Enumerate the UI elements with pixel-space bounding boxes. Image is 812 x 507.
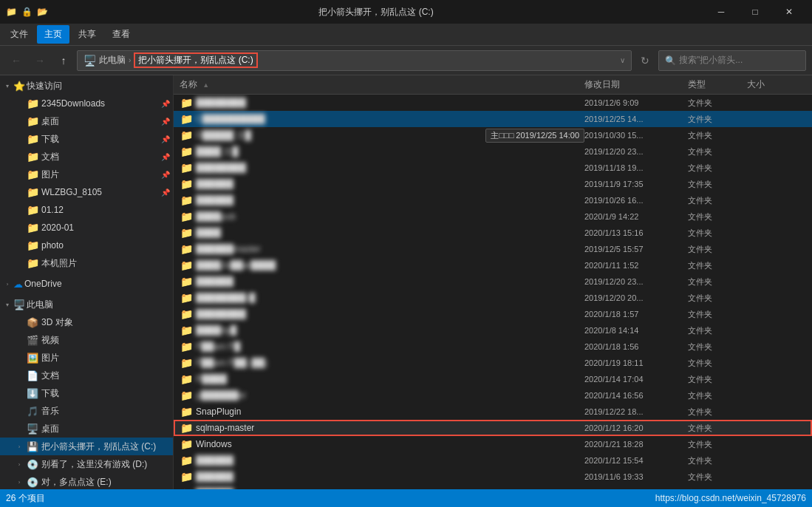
sidebar-item-videos[interactable]: 🎬 视频 [0, 331, 173, 349]
file-type: 文件夹 [688, 244, 747, 255]
file-row[interactable]: 📁SnapPlugin2019/12/22 18...文件夹 [174, 404, 812, 420]
address-bar[interactable]: 🖥️ 此电脑 › 把小箭头挪开，别乱点这 (C:) ∨ [77, 50, 632, 71]
file-row[interactable]: 📁██████2020/1/12 15:54文件夹 [174, 452, 812, 469]
menu-view[interactable]: 查看 [105, 25, 137, 44]
sidebar-item-pictures-pc[interactable]: 🖼️ 图片 [0, 349, 173, 367]
file-name: ████ 文█ [196, 146, 584, 158]
file-name: C██████████ [196, 114, 584, 124]
folder-icon: 📁 [180, 291, 193, 304]
col-header-name[interactable]: 名称 ▲ [180, 78, 584, 91]
folder-icon: 📁 [180, 307, 193, 321]
folder-icon: 📁 [180, 454, 193, 467]
file-date: 2019/10/30 15... [584, 131, 688, 140]
search-bar[interactable]: 🔍 搜索"把小箭头... [658, 50, 806, 71]
close-button[interactable]: ✕ [772, 0, 806, 24]
file-row[interactable]: 📁sqlmap-master2020/1/12 16:20文件夹 [174, 420, 812, 436]
file-row[interactable]: 📁D█████ 文█主□□□ 2019/12/25 14:002019/10/3… [174, 127, 812, 143]
title-bar-icons: 📁 🔒 📂 [6, 7, 48, 17]
col-header-size[interactable]: 大小 [747, 78, 806, 91]
file-row[interactable]: 📁██████2020/1/19 18:21文件夹 [174, 485, 812, 489]
menu-file[interactable]: 文件 [3, 25, 35, 44]
file-row[interactable]: 📁C██████████2019/12/25 14...文件夹 [174, 111, 812, 127]
photo-label: photo [41, 240, 170, 251]
file-name: F██am F██ (██) [196, 358, 584, 368]
2020-01-expand-icon [15, 223, 24, 232]
file-row[interactable]: 📁████████2019/11/18 19...文件夹 [174, 160, 812, 176]
maximize-button[interactable]: □ [738, 0, 772, 24]
2345downloads-label: 2345Downloads [41, 98, 158, 109]
local-photos-expand-icon [15, 259, 24, 268]
file-row[interactable]: 📁████2020/1/13 15:16文件夹 [174, 225, 812, 241]
sidebar-item-drive-e[interactable]: › 💿 对，多点点这 (E:) [0, 473, 173, 489]
sidebar-item-drive-d[interactable]: › 💿 别看了，这里没有游戏 (D:) [0, 455, 173, 473]
file-row[interactable]: 📁████████2020/1/18 1:57文件夹 [174, 306, 812, 322]
sidebar-item-local-photos[interactable]: 📁 本机照片 [0, 254, 173, 272]
docs-expand-icon [15, 152, 24, 161]
watermark: https://blog.csdn.net/weixin_45728976 [655, 493, 806, 503]
menu-home[interactable]: 主页 [37, 25, 69, 44]
file-type: 文件夹 [688, 114, 747, 125]
col-header-date[interactable]: 修改日期 [584, 78, 688, 91]
file-row[interactable]: 📁P████2020/1/14 17:04文件夹 [174, 371, 812, 387]
sidebar-item-2345downloads[interactable]: 📁 2345Downloads 📌 [0, 95, 173, 112]
thispc-section: ▾ 🖥️ 此电脑 📦 3D 对象 🎬 视频 🖼️ 图片 📄 [0, 294, 173, 489]
sidebar-item-desktop-pc[interactable]: 🖥️ 桌面 [0, 420, 173, 438]
file-row[interactable]: 📁████pub2020/1/9 14:22文件夹 [174, 208, 812, 225]
file-name: ████████ [196, 309, 584, 319]
file-row[interactable]: 📁██████2019/10/26 16...文件夹 [174, 192, 812, 208]
sidebar-item-music[interactable]: 🎵 音乐 [0, 402, 173, 420]
drive-c-label: 把小箭头挪开，别乱点这 (C:) [41, 440, 170, 453]
sidebar-item-quick-access[interactable]: ▾ ⭐ 快速访问 [0, 77, 173, 95]
drive-c-icon: 💾 [27, 440, 38, 452]
folder-icon: 📁 [180, 486, 193, 489]
file-row[interactable]: 📁Windows2020/1/21 18:28文件夹 [174, 436, 812, 452]
file-date: 2020/1/11 1:52 [584, 261, 688, 270]
file-row[interactable]: 📁████████2019/12/6 9:09文件夹 [174, 95, 812, 111]
sidebar-item-photo[interactable]: 📁 photo [0, 237, 173, 254]
file-row[interactable]: 📁████Jo██ar████2020/1/11 1:52文件夹 [174, 257, 812, 273]
file-name: ████████-█ [196, 293, 584, 303]
sidebar-item-drive-c[interactable]: › 💾 把小箭头挪开，别乱点这 (C:) [0, 438, 173, 455]
folder-icon: 📁 [180, 438, 193, 451]
address-dropdown-icon[interactable]: ∨ [620, 56, 625, 64]
sidebar-item-pictures[interactable]: 📁 图片 📌 [0, 166, 173, 183]
up-button[interactable]: ↑ [53, 50, 74, 71]
sidebar-item-thispc[interactable]: ▾ 🖥️ 此电脑 [0, 296, 173, 313]
file-name: ██████ [196, 472, 584, 482]
sidebar-item-0112[interactable]: 📁 01.12 [0, 201, 173, 219]
sidebar-item-onedrive[interactable]: › ☁ OneDrive [0, 275, 173, 293]
main-layout: ▾ ⭐ 快速访问 📁 2345Downloads 📌 📁 桌面 📌 📁 下载 [0, 75, 812, 489]
sidebar-item-3d[interactable]: 📦 3D 对象 [0, 313, 173, 331]
file-row[interactable]: 📁██████master2019/12/5 15:57文件夹 [174, 241, 812, 257]
file-row[interactable]: 📁████ 文█2019/12/20 23...文件夹 [174, 143, 812, 160]
file-row[interactable]: 📁████████-█2019/12/20 20...文件夹 [174, 290, 812, 306]
sidebar-item-downloads-pc[interactable]: ⬇️ 下载 [0, 384, 173, 402]
downloads-pc-icon: ⬇️ [27, 387, 38, 399]
refresh-button[interactable]: ↻ [635, 50, 655, 71]
file-row[interactable]: 📁██████2019/11/6 19:33文件夹 [174, 469, 812, 485]
item-count: 26 个项目 [6, 492, 45, 505]
file-row[interactable]: 📁██████2019/11/9 17:35文件夹 [174, 176, 812, 192]
forward-button[interactable]: → [30, 50, 50, 71]
photo-expand-icon [15, 241, 24, 250]
thispc-expand-icon: ▾ [3, 300, 12, 309]
sidebar-item-docs-pc[interactable]: 📄 文档 [0, 367, 173, 384]
file-row[interactable]: 📁p██████er2020/1/14 16:56文件夹 [174, 387, 812, 404]
file-row[interactable]: 📁F██am F██ (██)2020/1/19 18:11文件夹 [174, 355, 812, 371]
sidebar-item-desktop[interactable]: 📁 桌面 📌 [0, 112, 173, 130]
minimize-button[interactable]: ─ [704, 0, 738, 24]
back-button[interactable]: ← [6, 50, 27, 71]
file-row[interactable]: 📁F██am F█2020/1/18 1:56文件夹 [174, 338, 812, 355]
col-header-type[interactable]: 类型 [688, 78, 747, 91]
sidebar-item-2020-01[interactable]: 📁 2020-01 [0, 219, 173, 237]
menu-share[interactable]: 共享 [71, 25, 103, 44]
sidebar-item-docs[interactable]: 📁 文档 📌 [0, 148, 173, 166]
desktop-pc-icon: 🖥️ [27, 423, 38, 435]
file-date: 2019/12/25 14... [584, 115, 688, 123]
window-controls: ─ □ ✕ [704, 0, 806, 24]
sidebar-item-wlzbgj[interactable]: 📁 WLZBGJ_8105 📌 [0, 183, 173, 201]
file-row[interactable]: 📁██████2019/12/20 23...文件夹 [174, 273, 812, 290]
sidebar-item-downloads[interactable]: 📁 下载 📌 [0, 130, 173, 148]
file-name: ██████ [196, 488, 584, 489]
file-row[interactable]: 📁████dy█2020/1/8 14:14文件夹 [174, 322, 812, 338]
